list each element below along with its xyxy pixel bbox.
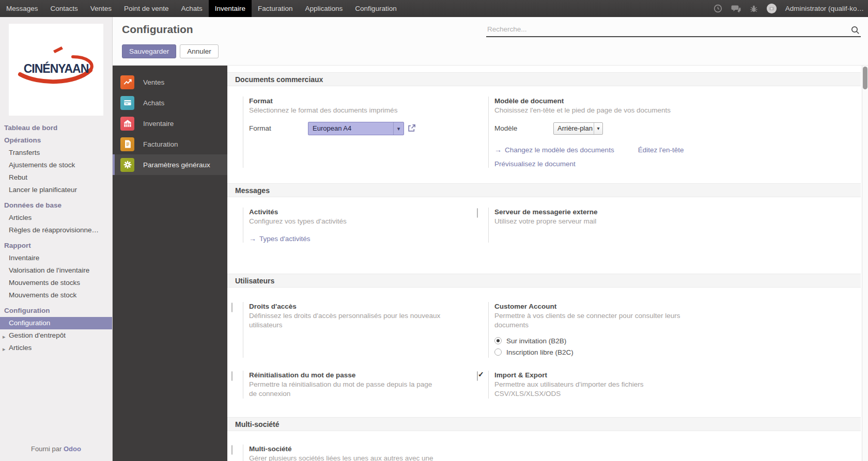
- sidebar-item-regles-reappro[interactable]: Règles de réapprovisionne…: [0, 224, 112, 236]
- chevron-right-icon: ▸: [3, 332, 6, 341]
- user-avatar[interactable]: [767, 4, 777, 13]
- app-sidebar: CINÉNYAAN Tableau de bord Opérations Tra…: [0, 17, 113, 461]
- settings-tab-ventes[interactable]: Ventes: [113, 72, 227, 92]
- section-multi-societe: Multi-société: [227, 417, 861, 431]
- logo-text: CINÉNYAAN: [9, 62, 103, 76]
- password-reset-checkbox[interactable]: [231, 371, 233, 381]
- clock-icon[interactable]: [714, 4, 722, 13]
- settings-tab-label: Inventaire: [143, 120, 174, 128]
- sidebar-item-transferts[interactable]: Transferts: [0, 147, 112, 159]
- section-title: Messages: [235, 186, 270, 195]
- setting-box-multi-societe: Multi-société Gérer plusieurs sociétés l…: [231, 444, 470, 461]
- sidebar-item-gestion-entrepot[interactable]: ▸Gestion d'entrepôt: [0, 329, 112, 342]
- nav-facturation[interactable]: Facturation: [252, 0, 299, 17]
- setting-desc: Choisissez l'en-tête et le pied de page …: [494, 106, 687, 115]
- sidebar-item-rebut[interactable]: Rebut: [0, 171, 112, 184]
- setting-box-serveur-messagerie: Serveur de messagerie externe Utilisez v…: [477, 208, 847, 243]
- nav-configuration[interactable]: Configuration: [349, 0, 402, 17]
- section-title: Documents commerciaux: [235, 75, 323, 84]
- sidebar-item-mouvements-stocks[interactable]: Mouvements de stocks: [0, 277, 112, 289]
- sidebar-item-articles[interactable]: Articles: [0, 212, 112, 224]
- setting-box-reinitialisation: Réinitialisation du mot de passe Permett…: [231, 371, 470, 399]
- sidebar-item-configuration-selected[interactable]: Configuration: [0, 317, 112, 329]
- activity-types-link[interactable]: Types d'activités: [259, 235, 311, 243]
- search-bar: [486, 20, 861, 37]
- select-value: Arrière-plan: [554, 124, 594, 132]
- sidebar-item-ajustements[interactable]: Ajustements de stock: [0, 159, 112, 171]
- nav-point-de-vente[interactable]: Point de vente: [118, 0, 175, 17]
- settings-tab-parametres-generaux[interactable]: Paramètres généraux: [113, 154, 227, 175]
- save-button[interactable]: Sauvegarder: [122, 44, 176, 58]
- sidebar-item-inventaire[interactable]: Inventaire: [0, 252, 112, 264]
- import-export-checkbox[interactable]: [477, 371, 478, 381]
- multi-company-checkbox[interactable]: [231, 445, 233, 455]
- card-icon: [120, 96, 134, 110]
- field-label: Modèle: [494, 124, 553, 132]
- preview-document-link[interactable]: Prévisualisez le document: [494, 160, 576, 168]
- settings-tab-label: Facturation: [143, 140, 178, 148]
- user-menu[interactable]: Administrator (qualif-ko…: [785, 5, 864, 12]
- setting-title: Réinitialisation du mot de passe: [249, 371, 470, 380]
- sidebar-item-planificateur[interactable]: Lancer le planificateur: [0, 184, 112, 196]
- settings-tab-inventaire[interactable]: Inventaire: [113, 113, 227, 134]
- settings-tab-achats[interactable]: Achats: [113, 92, 227, 113]
- company-logo: CINÉNYAAN: [9, 24, 103, 116]
- nav-applications[interactable]: Applications: [299, 0, 349, 17]
- nav-achats[interactable]: Achats: [175, 0, 208, 17]
- arrow-right-icon: →: [249, 234, 256, 243]
- cancel-button[interactable]: Annuler: [180, 44, 219, 58]
- bug-icon[interactable]: [750, 5, 758, 13]
- setting-box-droits-acces: Droits d'accès Définissez les droits d'a…: [231, 302, 470, 358]
- gear-icon: [120, 158, 134, 172]
- setting-desc: Utilisez votre propre serveur mail: [494, 217, 687, 226]
- radio-button[interactable]: [494, 348, 502, 356]
- search-input[interactable]: [486, 20, 843, 33]
- radio-b2c[interactable]: Inscription libre (B2C): [494, 346, 847, 358]
- sidebar-item-mouvements-stock[interactable]: Mouvements de stock: [0, 289, 112, 301]
- nav-inventaire-active[interactable]: Inventaire: [209, 0, 252, 17]
- top-navbar: Messages Contacts Ventes Point de vente …: [0, 0, 868, 17]
- setting-title: Activités: [249, 208, 470, 217]
- chevron-down-icon: ▾: [393, 122, 404, 135]
- radio-b2b[interactable]: Sur invitation (B2B): [494, 335, 847, 346]
- building-icon: [120, 117, 134, 131]
- odoo-link[interactable]: Odoo: [64, 445, 81, 453]
- chat-icon[interactable]: [731, 5, 741, 13]
- sidebar-item-operations[interactable]: Opérations: [0, 134, 112, 147]
- settings-tab-facturation[interactable]: Facturation: [113, 134, 227, 154]
- control-panel: Configuration Sauvegarder Annuler: [113, 17, 868, 66]
- setting-desc: Sélectionnez le format des documents imp…: [249, 106, 441, 115]
- sidebar-item-valorisation[interactable]: Valorisation de l'inventaire: [0, 264, 112, 277]
- sidebar-item-donnees-de-base[interactable]: Données de base: [0, 199, 112, 212]
- change-template-link[interactable]: Changez le modèle des documents: [505, 146, 614, 154]
- radio-button[interactable]: [494, 337, 502, 344]
- scrollbar[interactable]: [862, 66, 868, 461]
- edit-header-link[interactable]: Éditez l'en-tête: [638, 146, 684, 154]
- settings-tab-label: Ventes: [143, 78, 164, 86]
- mail-server-checkbox[interactable]: [477, 208, 478, 218]
- setting-title: Droits d'accès: [249, 302, 470, 311]
- sidebar-item-configuration-header[interactable]: Configuration: [0, 305, 112, 317]
- section-messages: Messages: [227, 183, 861, 197]
- search-icon[interactable]: [850, 25, 860, 37]
- section-documents-commerciaux: Documents commerciaux: [227, 72, 861, 86]
- setting-title: Customer Account: [494, 302, 847, 311]
- external-link-icon[interactable]: [407, 124, 416, 133]
- sidebar-item-rapport[interactable]: Rapport: [0, 240, 112, 252]
- powered-by: Fourni par Odoo: [0, 445, 112, 453]
- template-select[interactable]: Arrière-plan ▾: [553, 122, 603, 135]
- nav-contacts[interactable]: Contacts: [44, 0, 84, 17]
- access-rights-checkbox[interactable]: [231, 303, 233, 312]
- scrollbar-thumb[interactable]: [863, 67, 867, 89]
- paper-format-dropdown[interactable]: European A4 ▾: [308, 122, 404, 135]
- radio-label: Sur invitation (B2B): [506, 337, 566, 345]
- settings-tab-label: Paramètres généraux: [143, 161, 210, 169]
- sidebar-item-articles-config[interactable]: ▸Articles: [0, 342, 112, 354]
- sidebar-menu: Tableau de bord Opérations Transferts Aj…: [0, 122, 112, 354]
- setting-title: Multi-société: [249, 444, 470, 454]
- nav-messages[interactable]: Messages: [0, 0, 44, 17]
- nav-ventes[interactable]: Ventes: [84, 0, 118, 17]
- setting-desc: Permettre la réinitialisation du mot de …: [249, 380, 441, 399]
- setting-box-import-export: Import & Export Permettre aux utilisateu…: [477, 371, 847, 399]
- sidebar-item-tableau-de-bord[interactable]: Tableau de bord: [0, 122, 112, 134]
